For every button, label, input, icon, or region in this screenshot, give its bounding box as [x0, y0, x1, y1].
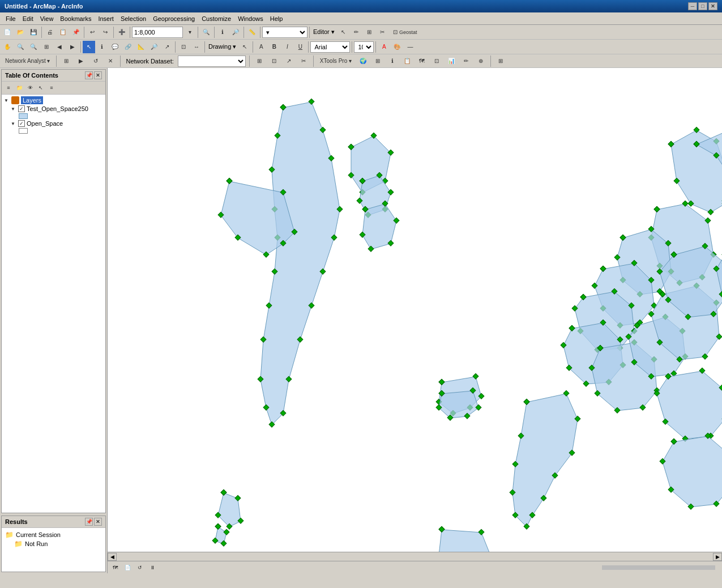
- status-map-btn[interactable]: 🗺: [110, 563, 120, 572]
- redo-btn[interactable]: ↪: [99, 26, 112, 39]
- swipe-btn[interactable]: ↔: [190, 41, 203, 53]
- edit-tool3[interactable]: ⊞: [363, 26, 375, 39]
- menu-help[interactable]: Help: [267, 14, 287, 23]
- paste-btn[interactable]: 📌: [70, 26, 82, 39]
- xtools-btn1[interactable]: 🌍: [357, 55, 369, 67]
- select-btn[interactable]: ↖: [83, 41, 95, 53]
- pan-btn[interactable]: ✋: [1, 41, 14, 53]
- draw-ptr-btn[interactable]: ↖: [238, 41, 251, 53]
- menu-customize[interactable]: Customize: [198, 14, 234, 23]
- layer2-checkbox[interactable]: [18, 120, 25, 127]
- prev-extent-btn[interactable]: ◀: [53, 41, 66, 53]
- maximize-button[interactable]: □: [698, 2, 707, 10]
- xtools-btn6[interactable]: ⊡: [430, 55, 443, 67]
- results-pin-btn[interactable]: 📌: [85, 518, 93, 526]
- zoom-in-btn[interactable]: 🔍: [14, 41, 27, 53]
- results-session-item[interactable]: 📁 Current Session: [5, 530, 102, 539]
- network-analyst-dropdown[interactable]: Network Analyst ▾: [2, 55, 53, 67]
- editor-label[interactable]: Editor ▾: [311, 28, 336, 36]
- fill-color-btn[interactable]: 🎨: [391, 41, 403, 53]
- drawing-label[interactable]: Drawing ▾: [207, 43, 238, 50]
- na-btn7[interactable]: ↗: [283, 55, 295, 67]
- layer1-expand-icon[interactable]: ▼: [11, 106, 16, 112]
- na-btn1[interactable]: ⊞: [60, 55, 72, 67]
- undo-btn[interactable]: ↩: [86, 26, 99, 39]
- toc-vis-btn[interactable]: 👁: [25, 83, 35, 93]
- save-btn[interactable]: 💾: [27, 26, 40, 39]
- na-btn5[interactable]: ⊞: [253, 55, 266, 67]
- font-color-btn[interactable]: A: [378, 41, 390, 53]
- scale-dropdown[interactable]: ▾: [183, 26, 196, 39]
- font-dropdown[interactable]: Arial: [310, 41, 350, 53]
- status-refresh-btn[interactable]: ↺: [135, 563, 145, 572]
- open-btn[interactable]: 📂: [14, 26, 27, 39]
- underline-btn[interactable]: U: [294, 41, 306, 53]
- xtools-btn7[interactable]: 📊: [445, 55, 458, 67]
- toc-sel-btn[interactable]: ↖: [36, 83, 46, 93]
- layers-expand-icon[interactable]: ▼: [4, 98, 10, 103]
- minimize-button[interactable]: ─: [688, 2, 697, 10]
- scroll-left-btn[interactable]: ◀: [108, 553, 117, 561]
- edit-tool2[interactable]: ✏: [350, 26, 362, 39]
- layer2-expand-icon[interactable]: ▼: [11, 121, 16, 126]
- toc-list-btn[interactable]: ≡: [3, 83, 14, 93]
- extra-btn1[interactable]: ⊞: [494, 55, 507, 67]
- edit-tool1[interactable]: ↖: [337, 26, 349, 39]
- na-btn8[interactable]: ✂: [297, 55, 310, 67]
- route-btn[interactable]: ↗: [161, 41, 173, 53]
- toc-layer1[interactable]: ▼ Test_Open_Space250: [3, 105, 104, 113]
- menu-edit[interactable]: Edit: [19, 14, 37, 23]
- toc-options-btn[interactable]: ≡: [46, 83, 57, 93]
- find2-btn[interactable]: 🔎: [148, 41, 160, 53]
- results-notrun-item[interactable]: 📁 Not Run: [5, 539, 102, 548]
- xtools-btn3[interactable]: ℹ: [386, 55, 399, 67]
- status-pause-btn[interactable]: ⏸: [147, 563, 157, 572]
- zoom-out-btn[interactable]: 🔍: [27, 41, 40, 53]
- new-btn[interactable]: 📄: [1, 26, 14, 39]
- identify-btn[interactable]: ℹ: [216, 26, 229, 39]
- edit-tool4[interactable]: ✂: [376, 26, 388, 39]
- italic-btn[interactable]: I: [281, 41, 293, 53]
- magnifier-btn[interactable]: 🔍: [200, 26, 212, 39]
- toc-pin-btn[interactable]: 📌: [85, 71, 93, 79]
- toc-source-btn[interactable]: 📁: [14, 83, 24, 93]
- add-data-btn[interactable]: ➕: [116, 26, 128, 39]
- layer1-checkbox[interactable]: [18, 105, 25, 112]
- map-scrollbar-horizontal[interactable]: ◀ ▶: [108, 552, 722, 561]
- close-button[interactable]: ✕: [708, 2, 717, 10]
- na-btn6[interactable]: ⊡: [268, 55, 280, 67]
- menu-file[interactable]: File: [2, 14, 19, 23]
- fontsize-dropdown[interactable]: 10: [354, 41, 374, 53]
- scroll-right-btn[interactable]: ▶: [713, 553, 722, 561]
- na-btn3[interactable]: ↺: [89, 55, 102, 67]
- status-scrollbar[interactable]: [602, 565, 715, 570]
- na-btn4[interactable]: ✕: [104, 55, 117, 67]
- hyperlink-btn[interactable]: 🔗: [122, 41, 134, 53]
- network-dataset-dropdown[interactable]: [178, 56, 246, 67]
- results-close-btn[interactable]: ✕: [94, 518, 102, 526]
- measure-btn[interactable]: 📏: [246, 26, 258, 39]
- zoom-layer-btn[interactable]: ⊡: [177, 41, 190, 53]
- xtools-btn8[interactable]: ✏: [460, 55, 472, 67]
- find-btn[interactable]: 🔎: [229, 26, 242, 39]
- xtools-btn2[interactable]: ⊞: [371, 55, 384, 67]
- identify2-btn[interactable]: 💬: [109, 41, 121, 53]
- xtools-btn4[interactable]: 📋: [401, 55, 413, 67]
- status-layout-btn[interactable]: 📄: [122, 563, 133, 572]
- menu-bookmarks[interactable]: Bookmarks: [57, 14, 95, 23]
- xtools-dropdown[interactable]: XTools Pro ▾: [317, 55, 354, 67]
- menu-geoprocessing[interactable]: Geoprocessing: [149, 14, 198, 23]
- basemap-dropdown[interactable]: ▾: [262, 27, 307, 38]
- info-btn[interactable]: ℹ: [96, 41, 108, 53]
- print-btn[interactable]: 🖨: [44, 26, 56, 39]
- na-btn2[interactable]: ▶: [75, 55, 87, 67]
- menu-view[interactable]: View: [37, 14, 57, 23]
- measure2-btn[interactable]: 📐: [135, 41, 147, 53]
- bold-btn[interactable]: B: [268, 41, 280, 53]
- menu-windows[interactable]: Windows: [234, 14, 267, 23]
- toc-close-btn[interactable]: ✕: [94, 71, 102, 79]
- text-btn[interactable]: A: [255, 41, 267, 53]
- map-area[interactable]: ◀ ▶ 🗺 📄 ↺ ⏸: [108, 68, 722, 573]
- xtools-btn5[interactable]: 🗺: [416, 55, 428, 67]
- toc-layer2[interactable]: ▼ Open_Space: [3, 120, 104, 127]
